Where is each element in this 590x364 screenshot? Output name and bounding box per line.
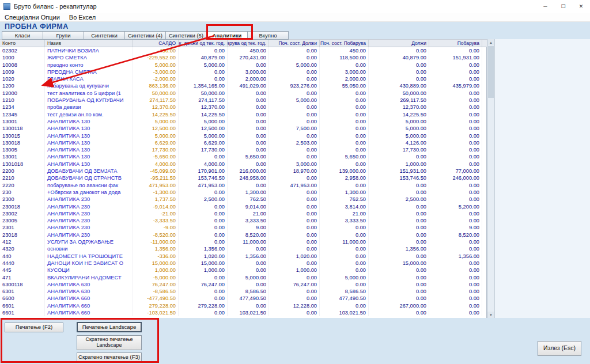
cell-poc-pobaruva: 0.00 [320,90,369,97]
cell-naziv: ЖИРО СМЕТКА [45,54,133,61]
cell-pobaruva: 0.00 [429,146,482,153]
tab-vkupno[interactable]: Вкупно [247,31,289,40]
cell-vk-pobaruva: 5,000.00 [228,274,269,281]
column-header[interactable]: Вк. должи од тек. год. [179,40,228,47]
cell-saldo: 5,000.00 [133,132,179,139]
table-row[interactable]: 2300АНАЛИТИКА 2301,737.502,500.00762.500… [0,196,486,203]
cell-dolzi: 0.00 [369,309,429,316]
table-row[interactable]: 471ВКАЛКУЛИРАНИ НАДОМЕСТ-5,000.000.005,0… [0,274,486,281]
cell-pobaruva: 0.00 [429,295,482,302]
column-header[interactable]: Назив [45,40,133,47]
print-landscape-button[interactable]: Печатење Landscape [77,322,142,332]
menu-item[interactable]: Во Ексел [69,14,96,21]
cell-vk-dolzi: 15,000.00 [179,260,228,267]
column-header[interactable]: Поч. сост. Должи [269,40,320,47]
table-row[interactable]: 2301АНАЛИТИКА 230-9.000.009.000.000.000.… [0,224,486,231]
table-row[interactable]: 130018АНАЛИТИКА 1306,629.006,629.000.002… [0,139,486,146]
table-row[interactable]: 1301018АНАЛИТИКА 1304,000.004,000.000.00… [0,161,486,168]
cell-poc-pobaruva: 0.00 [320,267,369,274]
table-row[interactable]: 23005АНАЛИТИКА 230-3,333.500.003,333.500… [0,217,486,224]
tab-klasi[interactable]: Класи [2,31,43,40]
cell-poc-dolzi: 2,503.00 [269,139,320,146]
tab-grupi[interactable]: Групи [43,31,84,40]
table-row[interactable]: 1200побарувања од купувачи863,136.001,35… [0,82,486,89]
tab-sintetiki-5[interactable]: Синтетики (5) [165,31,207,40]
cell-dolzi: 12,370.00 [369,104,429,111]
cell-konto: 2300 [0,196,45,203]
exit-button[interactable]: Излез (Esc) [538,341,581,356]
table-row[interactable]: 1000ЖИРО СМЕТКА-229,552.0040,879.00270,4… [0,54,486,61]
table-row[interactable]: 2200ДОБАВУВАЧИ ОД ЗЕМЈАТА-45,099.00170,9… [0,168,486,175]
cell-vk-pobaruva: 1,356.00 [228,253,269,260]
cell-vk-dolzi: 5,000.00 [179,118,228,125]
cell-naziv: АНАЛИТИКА 630 [45,281,133,288]
maximize-icon[interactable]: ☐ [554,0,572,13]
column-header[interactable]: Поч. сост. Побарува [320,40,369,47]
cell-konto: 02302 [0,47,45,54]
column-header[interactable]: Побарува [429,40,482,47]
minimize-icon[interactable]: ─ [536,0,554,13]
cell-poc-pobaruva: 0.00 [320,125,369,132]
table-row[interactable]: 23018АНАЛИТИКА 230-8,520.000.008,520.000… [0,232,486,238]
cell-vk-pobaruva: 11,000.00 [228,238,269,245]
print-short-f3-button[interactable]: Скратено печатење (F3) [77,352,142,362]
table-row[interactable]: 23002АНАЛИТИКА 230-21.000.0021.000.0021.… [0,210,486,217]
cell-naziv: АНАЛИТИКА 660 [45,295,133,302]
table-row[interactable]: 6601АНАЛИТИКА 660279,228.00279,228.000.0… [0,302,486,309]
table-row[interactable]: 13001АНАЛИТИКА 130-5,650.000.005,650.000… [0,153,486,160]
table-row[interactable]: 2220побарување по авансни фак471,953.004… [0,182,486,189]
table-row[interactable]: 13005АНАЛИТИКА 13017,730.0017,730.000.00… [0,146,486,153]
table-row[interactable]: 1234проба девизи12,370.0012,370.000.000.… [0,104,486,111]
menu-item[interactable]: Специјални Опции [5,14,60,21]
table-row[interactable]: 1009ПРЕОДНА СМЕТКА-3,000.000.003,000.000… [0,69,486,75]
table-row[interactable]: 1210ПОБАРУВАЊА ОД КУПУВАЧИ274,117.50274,… [0,97,486,104]
table-row[interactable]: 230018АНАЛИТИКА 230-9,014.000.009,014.00… [0,203,486,210]
table-row[interactable]: 10008преодно конто5,000.005,000.000.005,… [0,62,486,69]
cell-naziv: ДОБАВУВАЧИ ОД СТРАНСТВ [45,175,133,181]
table-row[interactable]: 4440ДАНОЦИ КОИ НЕ ЗАВИСАТ О15,000.0015,0… [0,260,486,267]
close-icon[interactable]: ✕ [572,0,590,13]
tab-sintetiki[interactable]: Синтетики [84,31,125,40]
table-row[interactable]: 13001АНАЛИТИКА 1305,000.005,000.000.000.… [0,118,486,125]
table-row[interactable]: 440НАДОМЕСТ НА ТРОШОЦИТЕ-336.001,020.001… [0,253,486,260]
print-short-landscape-button[interactable]: Скратено печатење Landscape [77,335,142,350]
cell-dolzi: 0.00 [369,288,429,295]
column-header[interactable]: Должи [369,40,429,47]
table-row[interactable]: 2210ДОБАВУВАЧИ ОД СТРАНСТВ-95,211.50153,… [0,175,486,181]
table-row[interactable]: 12345тест девизи ан.по ком.14,225.5014,2… [0,111,486,118]
table-row[interactable]: 6601АНАЛИТИКА 660-103,021.500.00103,021.… [0,309,486,316]
scroll-down-icon[interactable]: ▼ [487,312,494,318]
cell-dolzi: 0.00 [369,217,429,224]
table-row[interactable]: 230+Обврски за данокот на дода-1,300.000… [0,189,486,196]
column-header[interactable]: Вк. побарува од тек. год. [228,40,269,47]
table-row[interactable]: 12000тест аналитика со 5 цифри (150,000.… [0,90,486,97]
cell-poc-dolzi: 0.00 [269,295,320,302]
scroll-up-icon[interactable]: ▲ [487,39,494,46]
table-row[interactable]: 6300118АНАЛИТИКА 63076,247.0076,247.000.… [0,281,486,288]
cell-naziv: УСЛУГИ ЗА ОДРЖАВАЊЕ [45,238,133,245]
table-row[interactable]: 445КУСОЦИ1,000.001,000.000.001,000.000.0… [0,267,486,274]
tab-sintetiki-4[interactable]: Синтетики (4) [124,31,166,40]
cell-poc-dolzi: 0.00 [269,217,320,224]
table-row[interactable]: 412УСЛУГИ ЗА ОДРЖАВАЊЕ-11,000.000.0011,0… [0,238,486,245]
column-header[interactable]: САЛДО [133,40,179,47]
table-row[interactable]: 4320основни1,356.001,356.000.000.000.001… [0,245,486,252]
table-row[interactable]: 130015АНАЛИТИКА 1305,000.005,000.000.000… [0,132,486,139]
table-row[interactable]: 1020ГЛАВНА КАСА-2,000.000.002,000.000.00… [0,75,486,82]
cell-dolzi: 5,000.00 [369,125,429,132]
print-f2-button[interactable]: Печатење (F2) [5,323,63,332]
scrollbar-thumb[interactable] [488,46,494,98]
tab-analitiki[interactable]: Аналитики [206,31,248,40]
table-row[interactable]: 6600АНАЛИТИКА 660-477,490.500.00477,490.… [0,295,486,302]
cell-poc-dolzi: 0.00 [269,260,320,267]
title-bar: Бруто биланс - рекапитулар ─ ☐ ✕ [0,0,590,13]
cell-pobaruva: 0.00 [429,288,482,295]
column-header[interactable]: Конто [0,40,45,47]
table-row[interactable]: 1300118АНАЛИТИКА 13012,500.0012,500.000.… [0,125,486,132]
vertical-scrollbar[interactable]: ▲ ▼ [487,39,495,318]
cell-konto: 6600 [0,295,45,302]
table-row[interactable]: 6301АНАЛИТИКА 630-8,586.500.008,586.500.… [0,288,486,295]
cell-saldo: -9.00 [133,224,179,231]
table-row[interactable]: 02302ПАТНИЧКИ ВОЗИЛА-450.000.00450.000.0… [0,47,486,54]
cell-saldo: 12,370.00 [133,104,179,111]
